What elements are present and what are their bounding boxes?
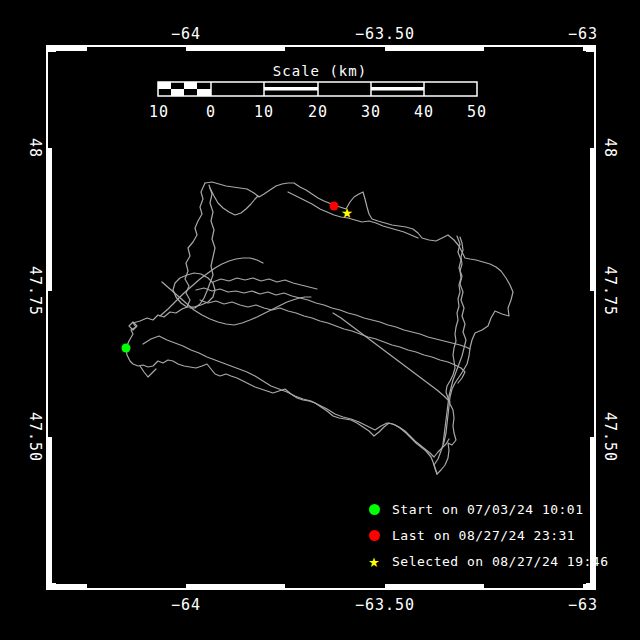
legend-row-last: Last on 08/27/24 23:31: [368, 522, 609, 548]
legend-row-start: Start on 07/03/24 10:01: [368, 496, 609, 522]
scale-tick-label: 40: [414, 103, 434, 121]
scale-tick-label: 10: [254, 103, 274, 121]
scale-bar-title: Scale (km): [273, 63, 367, 79]
y-tick-left-0: 48: [26, 138, 44, 158]
legend: Start on 07/03/24 10:01 Last on 08/27/24…: [368, 496, 609, 574]
legend-start-label: Start on 07/03/24 10:01: [392, 502, 584, 517]
y-tick-right-0: 48: [601, 138, 619, 158]
last-dot-icon: [368, 529, 380, 541]
legend-row-selected: ★ Selected on 08/27/24 19:46: [368, 548, 609, 574]
y-tick-right-2: 47.50: [601, 412, 619, 462]
start-dot-icon: [368, 503, 380, 515]
x-tick-bottom-1: −63.50: [355, 596, 415, 614]
start-marker[interactable]: [122, 344, 131, 353]
x-tick-top-2: −63: [568, 25, 598, 43]
x-tick-bottom-0: −64: [171, 596, 201, 614]
selected-marker[interactable]: ★: [341, 202, 352, 221]
x-tick-bottom-2: −63: [568, 596, 598, 614]
legend-last-label: Last on 08/27/24 23:31: [392, 528, 575, 543]
scale-tick-label: 10: [149, 103, 169, 121]
y-tick-left-2: 47.50: [26, 412, 44, 462]
scale-tick-label: 20: [308, 103, 328, 121]
selected-star-icon: ★: [368, 555, 380, 567]
legend-selected-label: Selected on 08/27/24 19:46: [392, 554, 609, 569]
y-tick-left-1: 47.75: [26, 266, 44, 316]
map-plot: −64 −63.50 −63 −64 −63.50 −63 48 47.75 4…: [0, 0, 640, 640]
last-marker[interactable]: [330, 202, 339, 211]
x-tick-top-0: −64: [171, 25, 201, 43]
x-tick-top-1: −63.50: [355, 25, 415, 43]
scale-tick-label: 30: [361, 103, 381, 121]
y-tick-right-1: 47.75: [601, 266, 619, 316]
scale-tick-label: 50: [467, 103, 487, 121]
scale-tick-label: 0: [206, 103, 216, 121]
